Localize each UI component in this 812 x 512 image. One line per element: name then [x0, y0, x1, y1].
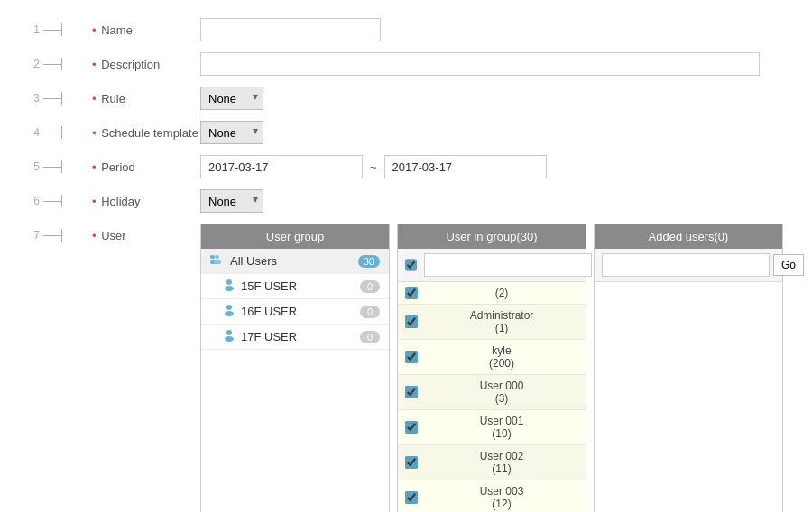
row-period: 5 • Period ~ — [27, 155, 785, 178]
row-num-2: 2 — [27, 58, 40, 70]
holiday-select-wrapper: None — [200, 189, 263, 213]
rule-select[interactable]: None — [200, 87, 263, 110]
row-indicator-3: 3 — [27, 92, 92, 105]
added-users-search-input[interactable] — [602, 253, 770, 277]
svg-point-4 — [226, 279, 232, 285]
user-name-5: User 002(11) — [425, 450, 578, 475]
row-num-5: 5 — [27, 160, 40, 173]
description-field-control — [200, 52, 785, 76]
user-group-panel-header: User group — [201, 224, 389, 249]
row-description: 2 • Description — [27, 52, 785, 76]
user-checkbox-2[interactable] — [405, 351, 418, 363]
user-item-1: Administrator(1) — [398, 305, 586, 340]
group-item-15f[interactable]: 15F USER 0 — [201, 274, 389, 299]
label-period: • Period — [92, 160, 200, 174]
row-user: 7 • User User group All Use — [27, 224, 785, 512]
user-name-0: (2) — [425, 287, 578, 299]
label-schedule-template: • Schedule template — [92, 126, 200, 140]
name-field-control — [200, 18, 785, 41]
group-name-all-users: All Users — [230, 254, 358, 268]
group-name-17f: 17F USER — [241, 330, 360, 343]
group-count-all-users: 30 — [358, 255, 380, 268]
user-in-group-search-row: Go — [398, 249, 586, 282]
added-users-search-go-button[interactable]: Go — [773, 254, 804, 276]
svg-point-8 — [226, 330, 232, 335]
user-panels-container: User group All Users 30 — [200, 224, 783, 512]
group-count-17f: 0 — [360, 331, 380, 343]
group-item-16f[interactable]: 16F USER 0 — [201, 299, 389, 325]
added-users-panel-header: Added users(0) — [595, 224, 782, 249]
label-name: • Name — [92, 23, 200, 37]
row-num-7: 7 — [27, 229, 40, 242]
row-schedule-template: 4 • Schedule template None — [27, 121, 785, 144]
user-checkbox-3[interactable] — [405, 386, 418, 398]
required-mark: • — [92, 23, 97, 37]
user-checkbox-1[interactable] — [405, 315, 418, 328]
group-item-17f[interactable]: 17F USER 0 — [201, 325, 389, 350]
user-checkbox-5[interactable] — [405, 456, 418, 469]
row-num-6: 6 — [27, 195, 40, 207]
svg-point-7 — [225, 311, 234, 316]
group-icon-all-users — [210, 253, 225, 269]
group-icon-17f — [223, 329, 235, 344]
user-search-input[interactable] — [424, 253, 592, 277]
user-name-3: User 000(3) — [425, 379, 578, 405]
user-checkbox-0[interactable] — [405, 287, 418, 299]
period-from-input[interactable] — [200, 155, 363, 178]
row-indicator-1: 1 — [27, 23, 92, 36]
svg-rect-3 — [214, 260, 221, 264]
added-users-panel: Added users(0) Go Delete all users — [594, 224, 783, 512]
user-name-4: User 001(10) — [425, 415, 578, 440]
group-icon-16f — [223, 304, 235, 319]
row-indicator-7: 7 — [27, 224, 92, 242]
svg-rect-2 — [215, 255, 219, 259]
holiday-select[interactable]: None — [200, 189, 263, 213]
row-rule: 3 • Rule None — [27, 87, 785, 110]
holiday-field-control: None — [200, 189, 785, 213]
row-indicator-2: 2 — [27, 58, 92, 70]
period-to-input[interactable] — [384, 155, 547, 178]
user-item-6: User 003(12) — [398, 480, 586, 512]
user-checkbox-4[interactable] — [405, 421, 418, 434]
row-name: 1 • Name — [27, 18, 785, 41]
row-holiday: 6 • Holiday None — [27, 189, 785, 213]
user-item-0: (2) — [398, 282, 586, 305]
group-count-16f: 0 — [360, 306, 380, 318]
user-item-3: User 000(3) — [398, 375, 586, 410]
user-group-panel: User group All Users 30 — [200, 224, 390, 512]
label-holiday: • Holiday — [92, 195, 200, 208]
svg-point-9 — [225, 336, 234, 342]
period-separator: ~ — [370, 160, 377, 174]
group-item-all-users[interactable]: All Users 30 — [201, 249, 389, 274]
user-name-6: User 003(12) — [425, 485, 578, 510]
schedule-template-select[interactable]: None — [200, 121, 263, 144]
user-name-1: Administrator(1) — [425, 309, 578, 334]
schedule-template-field-control: None — [200, 121, 785, 144]
label-user: • User — [92, 224, 200, 242]
row-indicator-5: 5 — [27, 160, 92, 173]
row-num-1: 1 — [27, 23, 40, 36]
user-list-body: (2) Administrator(1) kyle(200) User 000(… — [398, 282, 586, 512]
row-num-4: 4 — [27, 126, 40, 139]
row-indicator-6: 6 — [27, 195, 92, 207]
group-icon-15f — [223, 279, 235, 294]
user-group-panel-body: All Users 30 15F USER 0 — [201, 249, 389, 501]
schedule-template-select-wrapper: None — [200, 121, 263, 144]
svg-point-6 — [226, 305, 232, 310]
user-in-group-panel: User in group(30) Go (2) Admi — [397, 224, 586, 512]
select-all-users-checkbox[interactable] — [405, 259, 417, 271]
svg-point-5 — [225, 286, 234, 291]
user-item-2: kyle(200) — [398, 340, 586, 375]
group-name-16f: 16F USER — [241, 305, 360, 318]
user-checkbox-6[interactable] — [405, 491, 418, 504]
name-input[interactable] — [200, 18, 381, 41]
label-rule: • Rule — [92, 92, 200, 105]
group-name-15f: 15F USER — [241, 279, 360, 293]
user-item-4: User 001(10) — [398, 410, 586, 445]
page-container: 1 • Name 2 • Description 3 — [0, 0, 812, 512]
row-indicator-4: 4 — [27, 126, 92, 139]
rule-field-control: None — [200, 87, 785, 110]
rule-select-wrapper: None — [200, 87, 263, 110]
description-input[interactable] — [200, 52, 760, 76]
user-item-5: User 002(11) — [398, 445, 586, 480]
